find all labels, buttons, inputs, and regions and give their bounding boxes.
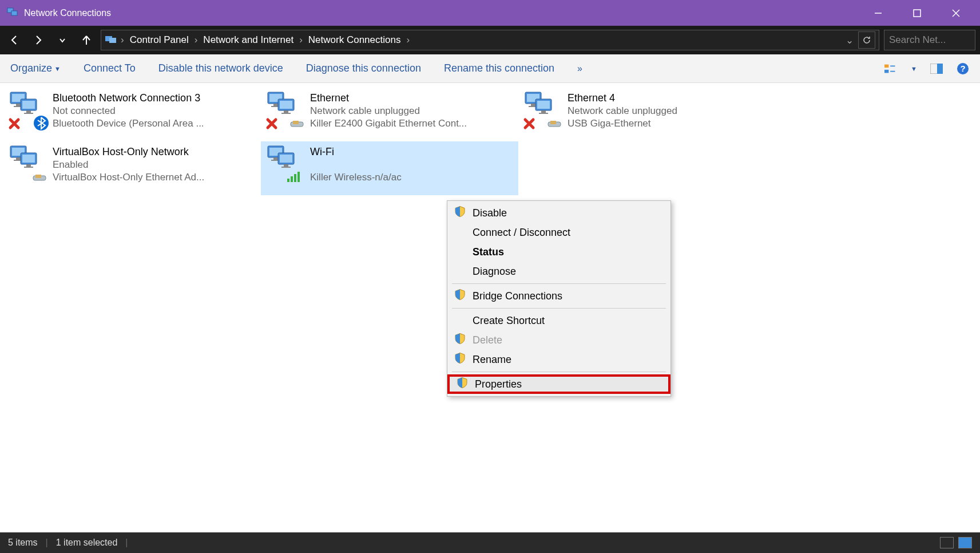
connection-icon [524, 91, 561, 130]
overflow-button[interactable]: » [577, 64, 582, 74]
menu-separator [452, 283, 666, 284]
connection-name: Wi-Fi [310, 146, 402, 158]
search-input[interactable] [889, 34, 980, 46]
breadcrumb-item[interactable]: Network Connections [306, 34, 403, 46]
svg-rect-23 [22, 101, 35, 109]
rename-button[interactable]: Rename this connection [444, 62, 554, 74]
menu-item-label: Rename [473, 354, 511, 366]
svg-rect-52 [22, 155, 35, 163]
svg-rect-36 [293, 121, 299, 124]
details-view-button[interactable] [940, 537, 954, 548]
connection-name: Bluetooth Network Connection 3 [53, 92, 204, 104]
shield-icon [454, 333, 466, 347]
maximize-button[interactable] [898, 0, 937, 26]
recent-button[interactable] [53, 30, 72, 50]
shield-icon [457, 377, 468, 392]
connection-item[interactable]: VirtualBox Host-Only NetworkEnabledVirtu… [3, 141, 261, 195]
shield-icon [454, 206, 466, 220]
chevron-right-icon: › [121, 34, 124, 46]
up-button[interactable] [77, 30, 96, 50]
connection-name: Ethernet 4 [568, 92, 677, 104]
app-icon [7, 6, 18, 20]
menu-item-disable[interactable]: Disable [447, 203, 670, 223]
chevron-right-icon: › [406, 34, 410, 46]
svg-rect-49 [16, 157, 21, 160]
menu-item-delete: Delete [447, 330, 670, 350]
menu-item-connect-disconnect[interactable]: Connect / Disconnect [447, 223, 670, 242]
back-button[interactable] [5, 30, 24, 50]
item-count: 5 items [8, 538, 38, 548]
svg-text:?: ? [960, 64, 965, 73]
svg-rect-39 [531, 104, 535, 106]
connection-icon [9, 145, 46, 184]
breadcrumb-item[interactable]: Network and Internet [201, 34, 296, 46]
status-bar: 5 items | 1 item selected | [0, 532, 980, 553]
chevron-right-icon: › [195, 34, 198, 46]
menu-item-label: Connect / Disconnect [473, 227, 570, 239]
connection-item[interactable]: Wi-Fi Killer Wireless-n/a/ac [261, 141, 518, 195]
menu-item-properties[interactable]: Properties [447, 374, 670, 394]
svg-rect-3 [914, 10, 921, 17]
svg-rect-24 [26, 110, 31, 113]
svg-rect-42 [537, 101, 550, 109]
connection-icon [267, 145, 303, 184]
connection-device: USB Giga-Ethernet [568, 118, 677, 129]
svg-rect-63 [284, 164, 288, 167]
diagnose-button[interactable]: Diagnose this connection [306, 62, 421, 74]
preview-pane-button[interactable] [930, 62, 943, 76]
address-bar: › Control Panel › Network and Internet ›… [0, 26, 980, 54]
refresh-button[interactable] [858, 31, 875, 49]
svg-rect-11 [884, 69, 888, 73]
svg-rect-29 [273, 104, 278, 106]
content-area: Bluetooth Network Connection 3Not connec… [0, 83, 980, 532]
svg-rect-43 [541, 110, 546, 113]
svg-rect-67 [294, 174, 296, 182]
menu-item-status[interactable]: Status [447, 242, 670, 262]
connection-status: Network cable unplugged [310, 105, 467, 117]
svg-rect-15 [937, 64, 943, 74]
forward-button[interactable] [29, 30, 48, 50]
svg-rect-1 [11, 11, 17, 15]
svg-rect-20 [16, 104, 21, 106]
command-bar: Organize ▼ Connect To Disable this netwo… [0, 54, 980, 83]
menu-item-create-shortcut[interactable]: Create Shortcut [447, 311, 670, 330]
connection-name: Ethernet [310, 92, 467, 104]
connection-item[interactable]: Ethernet 4Network cable unpluggedUSB Gig… [518, 88, 776, 141]
svg-rect-66 [291, 176, 293, 182]
svg-rect-34 [281, 113, 291, 114]
breadcrumb-bar[interactable]: › Control Panel › Network and Internet ›… [101, 30, 879, 50]
connection-item[interactable]: Bluetooth Network Connection 3Not connec… [3, 88, 261, 141]
chevron-down-icon[interactable]: ⌄ [846, 34, 854, 46]
menu-item-diagnose[interactable]: Diagnose [447, 262, 670, 281]
connection-status: Not connected [53, 105, 204, 117]
menu-item-label: Status [473, 246, 504, 258]
connection-item[interactable]: EthernetNetwork cable unpluggedKiller E2… [261, 88, 518, 141]
minimize-button[interactable] [859, 0, 898, 26]
breadcrumb-item[interactable]: Control Panel [128, 34, 191, 46]
connection-status: Enabled [53, 159, 204, 171]
organize-menu[interactable]: Organize ▼ [10, 62, 61, 74]
connection-device: VirtualBox Host-Only Ethernet Ad... [53, 172, 204, 183]
menu-item-rename[interactable]: Rename [447, 350, 670, 369]
connect-to-button[interactable]: Connect To [84, 62, 136, 74]
close-button[interactable] [937, 0, 975, 26]
help-button[interactable]: ? [956, 62, 970, 76]
menu-separator [452, 308, 666, 309]
view-options-button[interactable] [884, 62, 898, 76]
chevron-down-icon[interactable]: ▼ [911, 65, 917, 72]
connection-icon [9, 91, 46, 130]
menu-item-label: Bridge Connections [473, 290, 562, 302]
connection-device: Killer E2400 Gigabit Ethernet Cont... [310, 118, 467, 129]
search-box[interactable] [884, 30, 975, 50]
svg-rect-65 [287, 179, 289, 182]
chevron-right-icon: › [299, 34, 303, 46]
menu-item-bridge-connections[interactable]: Bridge Connections [447, 286, 670, 306]
chevron-down-icon: ▼ [54, 65, 61, 72]
svg-rect-64 [281, 167, 291, 168]
tiles-view-button[interactable] [958, 537, 972, 548]
menu-item-label: Create Shortcut [473, 315, 545, 327]
connection-device: Bluetooth Device (Personal Area ... [53, 118, 204, 129]
items-view: Bluetooth Network Connection 3Not connec… [0, 83, 980, 200]
svg-rect-32 [280, 101, 292, 109]
disable-device-button[interactable]: Disable this network device [158, 62, 283, 74]
